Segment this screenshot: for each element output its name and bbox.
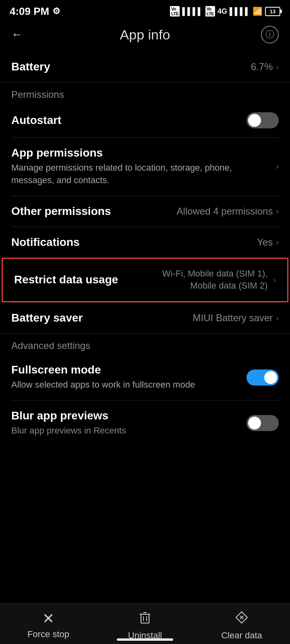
other-permissions-value: Allowed 4 permissions: [177, 206, 273, 217]
app-permissions-label: App permissions: [11, 147, 276, 159]
clear-data-icon: [234, 610, 249, 627]
autostart-toggle[interactable]: [246, 112, 279, 128]
app-permissions-subtitle: Manage permissions related to location, …: [11, 162, 276, 187]
restrict-data-value: Wi-Fi, Mobile data (SIM 1), Mobile data …: [143, 268, 267, 293]
uninstall-icon: [138, 610, 152, 627]
battery-indicator: 13: [265, 7, 280, 16]
permissions-section-label: Permissions: [0, 83, 290, 103]
notifications-chevron: ›: [276, 237, 279, 247]
autostart-item[interactable]: Autostart: [0, 103, 290, 137]
app-permissions-chevron: ›: [276, 162, 279, 171]
fullscreen-mode-item[interactable]: Fullscreen mode Allow selected apps to w…: [0, 355, 290, 400]
blur-toggle-knob: [248, 417, 261, 429]
fullscreen-toggle[interactable]: [246, 369, 279, 386]
battery-chevron: ›: [276, 62, 279, 72]
time: 4:09 PM: [10, 5, 49, 18]
fullscreen-label: Fullscreen mode: [11, 363, 246, 376]
bottom-spacer: [0, 446, 290, 502]
restrict-data-label: Restrict data usage: [14, 273, 143, 286]
battery-label: Battery: [11, 60, 251, 73]
clear-data-button[interactable]: Clear data: [193, 610, 290, 641]
back-button[interactable]: ←: [11, 28, 29, 41]
signal-bars-2: ▌▌▌▌: [230, 7, 250, 16]
toggle-knob: [248, 114, 261, 127]
bottom-action-bar: ✕ Force stop Uninstall Clear data: [0, 603, 290, 644]
force-stop-label: Force stop: [27, 629, 69, 640]
blur-label: Blur app previews: [11, 409, 246, 422]
blur-subtitle: Blur app previews in Recents: [11, 425, 246, 437]
status-bar: 4:09 PM ⚙ VoLTE ▌▌▌▌ VoLTE 4G ▌▌▌▌ 📶 13: [0, 0, 290, 21]
other-permissions-chevron: ›: [276, 206, 279, 216]
network-4g: 4G: [218, 7, 227, 16]
volte2-indicator: VoLTE: [205, 6, 215, 17]
wifi-icon: 📶: [253, 6, 263, 16]
signal-bars-1: ▌▌▌▌: [182, 7, 203, 16]
home-indicator: [117, 638, 173, 641]
clear-data-label: Clear data: [221, 630, 262, 641]
blur-app-previews-item[interactable]: Blur app previews Blur app previews in R…: [0, 400, 290, 446]
force-stop-icon: ✕: [42, 611, 54, 626]
fullscreen-subtitle: Allow selected apps to work in fullscree…: [11, 379, 246, 391]
uninstall-button[interactable]: Uninstall: [97, 610, 193, 641]
battery-saver-label: Battery saver: [11, 312, 193, 324]
advanced-settings-label: Advanced settings: [0, 334, 290, 355]
force-stop-button[interactable]: ✕ Force stop: [0, 611, 97, 640]
battery-saver-item[interactable]: Battery saver MIUI Battery saver ›: [0, 303, 290, 333]
notifications-item[interactable]: Notifications Yes ›: [0, 227, 290, 258]
restrict-data-usage-item[interactable]: Restrict data usage Wi-Fi, Mobile data (…: [2, 258, 288, 303]
notifications-value: Yes: [257, 237, 273, 248]
battery-item[interactable]: Battery 6.7% ›: [0, 52, 290, 82]
blur-toggle[interactable]: [246, 415, 279, 431]
status-left: 4:09 PM ⚙: [10, 5, 60, 18]
svg-rect-0: [141, 614, 149, 623]
settings-icon: ⚙: [52, 6, 60, 17]
restrict-data-chevron: ›: [273, 274, 276, 285]
battery-saver-value: MIUI Battery saver: [193, 312, 273, 324]
notifications-label: Notifications: [11, 236, 257, 249]
autostart-label: Autostart: [11, 114, 246, 127]
other-permissions-item[interactable]: Other permissions Allowed 4 permissions …: [0, 196, 290, 227]
battery-saver-chevron: ›: [276, 314, 279, 323]
other-permissions-label: Other permissions: [11, 205, 177, 218]
header: ← App info ⓘ: [0, 21, 290, 52]
page-title: App info: [29, 27, 261, 43]
battery-value: 6.7%: [251, 61, 273, 72]
volte1-indicator: VoLTE: [170, 6, 180, 17]
fullscreen-toggle-knob: [264, 371, 277, 384]
info-button[interactable]: ⓘ: [261, 26, 279, 43]
app-permissions-item[interactable]: App permissions Manage permissions relat…: [0, 138, 290, 196]
status-right: VoLTE ▌▌▌▌ VoLTE 4G ▌▌▌▌ 📶 13: [170, 6, 280, 17]
